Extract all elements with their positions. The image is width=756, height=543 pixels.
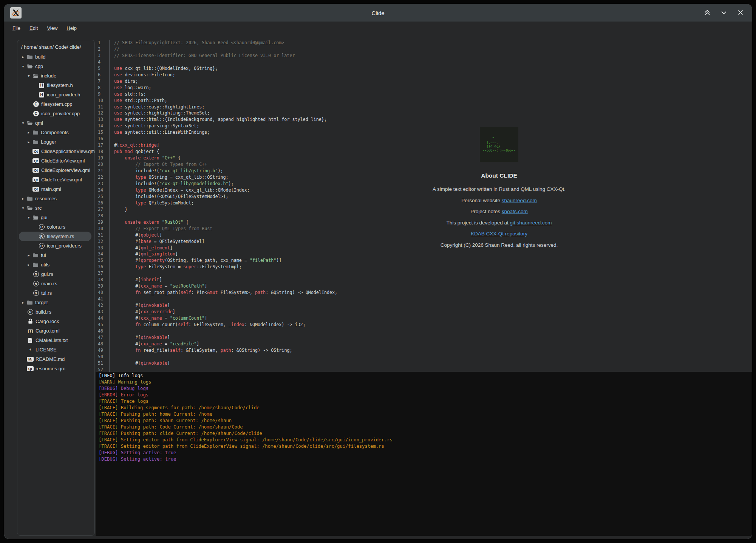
code-line[interactable]: 36 type FileSystem = super::FileSystemIm…: [96, 264, 752, 270]
code-line[interactable]: 3// SPDX-License-Identifier: GNU General…: [96, 53, 752, 59]
code-line[interactable]: 39 #[cxx_name = "setRootPath"]: [96, 283, 752, 289]
shade-button[interactable]: [702, 8, 713, 18]
code-line[interactable]: 8use log::warn;: [96, 85, 752, 91]
tree-item-icon-provider-h[interactable]: Hicon_provider.h: [19, 90, 91, 99]
chevron-down-icon[interactable]: ▾: [20, 206, 26, 210]
tree-item-qml[interactable]: ▾qml: [19, 118, 91, 128]
code-line[interactable]: 38 #[inherit]: [96, 277, 752, 283]
titlebar[interactable]: Clide: [4, 4, 752, 22]
code-line[interactable]: 6use devicons::FileIcon;: [96, 72, 752, 78]
code-line[interactable]: 13use syntect::html::{IncludeBackground,…: [96, 116, 752, 123]
tree-item-build[interactable]: ▸build: [19, 52, 91, 62]
tree-item-gui-rs[interactable]: Rgui.rs: [19, 269, 91, 279]
tree-item-resources[interactable]: ▸resources: [19, 194, 91, 203]
code-line[interactable]: 11use syntect::easy::HighlightLines;: [96, 104, 752, 110]
tree-item-build-rs[interactable]: Rbuild.rs: [19, 307, 91, 317]
tree-item-main-qml[interactable]: Qtmain.qml: [19, 184, 91, 194]
chevron-right-icon[interactable]: ▸: [26, 263, 31, 267]
tree-item-icon-provider-cpp[interactable]: Cicon_provider.cpp: [19, 109, 91, 118]
code-line[interactable]: 5use cxx_qt_lib::{QModelIndex, QString};: [96, 65, 752, 72]
tree-item-logger[interactable]: ▸Logger: [19, 137, 91, 147]
kdab-cxx-qt-repository-link[interactable]: KDAB CXX-Qt repository: [471, 231, 527, 237]
code-line[interactable]: 47 #[qinvokable]: [96, 334, 752, 341]
line-number: 40: [96, 289, 109, 296]
chevron-down-icon[interactable]: ▾: [26, 215, 31, 220]
code-line[interactable]: 49 fn read_file(self: &FileSystem, path:…: [96, 347, 752, 354]
code-line[interactable]: 52: [96, 367, 752, 372]
tree-item-clideapplicationview-qml[interactable]: QtClideApplicationView.qml: [19, 147, 91, 156]
chevron-right-icon[interactable]: ▸: [26, 130, 31, 135]
menu-edit[interactable]: Edit: [26, 23, 42, 33]
chevron-right-icon[interactable]: ▸: [26, 253, 31, 257]
code-line[interactable]: 9use std::fs;: [96, 91, 752, 97]
code-line[interactable]: 46: [96, 328, 752, 334]
about-line: Project notes knoats.com: [371, 208, 628, 215]
tree-item-include[interactable]: ▾include: [19, 71, 91, 80]
tree-item-cargo-toml[interactable]: [T]Cargo.toml: [19, 326, 91, 336]
chevron-down-icon[interactable]: ▾: [20, 64, 26, 68]
chevron-right-icon[interactable]: ▸: [20, 300, 26, 305]
chevron-right-icon[interactable]: ▸: [20, 196, 26, 201]
git-shaunreed-link[interactable]: git.shaunreed.com: [510, 220, 552, 226]
tree-item-license[interactable]: ✶LICENSE: [19, 345, 91, 354]
code-line[interactable]: 45 fn column_count(self: &FileSystem, _i…: [96, 322, 752, 328]
code-line[interactable]: 40 fn set_root_path(self: Pin<&mut FileS…: [96, 289, 752, 296]
tree-item-clidetreeview-qml[interactable]: QtClideTreeView.qml: [19, 175, 91, 184]
code-line[interactable]: 48 #[cxx_name = "readFile"]: [96, 341, 752, 347]
tree-item-src[interactable]: ▾src: [19, 203, 91, 213]
code-line[interactable]: 35 #[qproperty(QString, file_path, cxx_n…: [96, 257, 752, 264]
line-number: 39: [96, 283, 109, 289]
editor-row: 1// SPDX-FileCopyrightText: 2026, Shaun …: [96, 34, 752, 372]
line-number: 11: [96, 104, 109, 110]
tree-item-tui-rs[interactable]: Rtui.rs: [19, 288, 91, 298]
chevron-down-icon[interactable]: ▾: [20, 121, 26, 125]
file-tree: ▸build▾cpp▾includeHfilesystem.hHicon_pro…: [17, 52, 94, 373]
code-line[interactable]: 42 #[qinvokable]: [96, 302, 752, 309]
tree-item-label: tui.rs: [41, 290, 52, 296]
log-line: [TRACE] Pushing path: shaun Current: /ho…: [99, 418, 752, 424]
tree-item-clideexplorerview-qml[interactable]: QtClideExplorerView.qml: [19, 166, 91, 175]
tree-item-target[interactable]: ▸target: [19, 298, 91, 307]
tree-item-main-rs[interactable]: Rmain.rs: [19, 279, 91, 288]
code-line[interactable]: 44 #[cxx_name = "columnCount"]: [96, 315, 752, 322]
code-line[interactable]: 37: [96, 270, 752, 277]
tree-item-gui[interactable]: ▾gui: [19, 213, 91, 222]
code-line[interactable]: 4: [96, 59, 752, 65]
code-line[interactable]: 50: [96, 354, 752, 360]
tree-item-label: icon_provider.cpp: [41, 111, 80, 116]
knoats-link[interactable]: knoats.com: [502, 209, 528, 214]
code-line[interactable]: 1// SPDX-FileCopyrightText: 2026, Shaun …: [96, 40, 752, 46]
tree-item-colors-rs[interactable]: Rcolors.rs: [19, 222, 91, 232]
code-line[interactable]: 7use dirs;: [96, 78, 752, 85]
code-line[interactable]: 51 #[qinvokable]: [96, 360, 752, 367]
code-line[interactable]: 41: [96, 296, 752, 302]
tree-item-cmakelists-txt[interactable]: CMakeLists.txt: [19, 336, 91, 345]
tree-item-icon-provider-rs[interactable]: Ricon_provider.rs: [19, 241, 91, 251]
tree-item-components[interactable]: ▸Components: [19, 128, 91, 137]
tree-item-cargo-lock[interactable]: Cargo.lock: [19, 317, 91, 326]
code-line[interactable]: 2//: [96, 46, 752, 53]
window-title: Clide: [4, 10, 752, 16]
chevron-right-icon[interactable]: ▸: [20, 55, 26, 59]
tree-item-utils[interactable]: ▸utils: [19, 260, 91, 269]
tree-item-tui[interactable]: ▸tui: [19, 251, 91, 260]
tree-item-cpp[interactable]: ▾cpp: [19, 62, 91, 71]
menu-view[interactable]: View: [43, 23, 61, 33]
shaunreed-link[interactable]: shaunreed.com: [502, 198, 537, 203]
close-button[interactable]: [735, 8, 746, 18]
tree-item-resources-qrc[interactable]: Qtresources.qrc: [19, 364, 91, 373]
chevron-down-icon[interactable]: ▾: [26, 74, 31, 78]
tree-item-filesystem-h[interactable]: Hfilesystem.h: [19, 80, 91, 90]
tree-item-filesystem-cpp[interactable]: Cfilesystem.cpp: [19, 99, 91, 109]
menu-help[interactable]: Help: [63, 23, 80, 33]
code-line[interactable]: 10use std::path::Path;: [96, 97, 752, 104]
tree-item-label: Components: [41, 130, 69, 135]
chevron-right-icon[interactable]: ▸: [26, 140, 31, 144]
menu-file[interactable]: File: [9, 23, 24, 33]
minimize-button[interactable]: [719, 8, 729, 18]
code-line[interactable]: 12use syntect::highlighting::ThemeSet;: [96, 110, 752, 116]
tree-item-readme-md[interactable]: M↓README.md: [19, 354, 91, 364]
tree-item-clideeditorview-qml[interactable]: QtClideEditorView.qml: [19, 156, 91, 166]
code-line[interactable]: 43 #[cxx_override]: [96, 309, 752, 315]
tree-item-filesystem-rs[interactable]: Rfilesystem.rs: [19, 232, 91, 241]
